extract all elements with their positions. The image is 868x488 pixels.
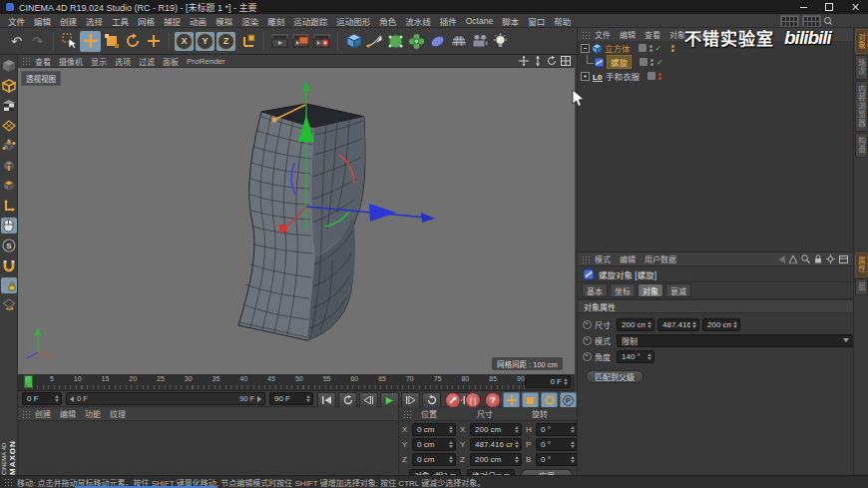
fields-button[interactable] — [427, 31, 448, 52]
frame-field[interactable]: 0 F — [525, 375, 571, 388]
menu-item[interactable]: Octane — [466, 16, 493, 26]
range-left-arrow-icon[interactable] — [70, 396, 74, 402]
last-tool-button[interactable] — [143, 31, 164, 52]
gear-icon[interactable] — [826, 254, 835, 263]
play-loop-button[interactable] — [422, 392, 441, 408]
menu-item[interactable]: 创建 — [60, 15, 77, 27]
position-field[interactable]: 0 cm — [412, 423, 456, 436]
rotation-field[interactable]: 0 ° — [536, 438, 578, 451]
menu-item[interactable]: 选择 — [86, 15, 103, 27]
attribute-menu-item[interactable]: 编辑 — [620, 253, 636, 264]
record-position-toggle[interactable] — [503, 392, 520, 408]
menu-item[interactable]: 工具 — [112, 15, 129, 27]
size-x-field[interactable]: 200 cm — [617, 318, 654, 331]
collapse-icon[interactable] — [581, 44, 590, 53]
axis-mode-button[interactable] — [1, 198, 17, 214]
tab-takes[interactable]: 场次 — [855, 55, 868, 80]
mode-dropdown[interactable]: 限制 — [617, 334, 854, 347]
menu-item[interactable]: 动画 — [190, 15, 207, 27]
object-name-selected[interactable]: 螺旋 — [607, 55, 632, 69]
scene-canvas[interactable] — [18, 68, 575, 374]
tab-object[interactable]: 对象 — [638, 283, 663, 297]
panel-grip[interactable] — [582, 255, 590, 263]
environment-button[interactable] — [448, 31, 469, 52]
history-back-icon[interactable] — [777, 255, 785, 263]
menu-item[interactable]: 网格 — [138, 15, 155, 27]
record-scale-toggle[interactable] — [522, 392, 539, 408]
object-row-twist[interactable]: 螺旋 ✓ — [578, 55, 854, 69]
workplane-lock-button[interactable] — [1, 277, 17, 293]
menu-item[interactable]: 编辑 — [34, 15, 51, 27]
rotate-tool-button[interactable] — [122, 31, 143, 52]
deformers-button[interactable] — [406, 31, 427, 52]
material-menu-item[interactable]: 纹理 — [110, 408, 126, 419]
keyframe-selection-button[interactable]: ? — [485, 392, 501, 408]
tab-basic[interactable]: 基本 — [582, 283, 608, 297]
material-menu-item[interactable]: 功能 — [85, 408, 101, 419]
viewport-menu-item[interactable]: 摄像机 — [59, 56, 83, 67]
menu-item[interactable]: 运动图形 — [336, 15, 370, 27]
viewport-menu-item[interactable]: 显示 — [91, 56, 107, 67]
primitive-cube-button[interactable] — [343, 31, 364, 52]
animation-dot[interactable] — [583, 352, 592, 361]
layer-chip[interactable] — [648, 72, 655, 80]
timeline-ruler[interactable]: 051015202530354045505560657075808590 0 F — [18, 374, 575, 391]
viewport-menu-item[interactable]: ProRender — [187, 57, 225, 66]
enabled-check-icon[interactable]: ✓ — [656, 58, 663, 67]
play-backwards-loop-button[interactable] — [338, 392, 357, 408]
expand-icon[interactable] — [581, 72, 590, 81]
tab-falloff[interactable]: 衰减 — [665, 283, 691, 297]
animation-dot[interactable] — [583, 336, 592, 345]
model-mode-button[interactable] — [1, 78, 17, 94]
make-editable-button[interactable] — [1, 58, 17, 74]
points-mode-button[interactable] — [1, 138, 17, 154]
size-field[interactable]: 200 cm — [470, 423, 522, 436]
menu-item[interactable]: 帮助 — [554, 15, 571, 27]
menu-item[interactable]: 角色 — [379, 15, 396, 27]
workplane-align-button[interactable] — [1, 297, 17, 313]
lock-icon[interactable] — [814, 254, 822, 263]
layout-thumbnail[interactable] — [802, 15, 821, 27]
angle-field[interactable]: 140 ° — [617, 350, 654, 363]
position-field[interactable]: 0 cm — [412, 453, 456, 466]
y-axis-lock-button[interactable]: Y — [196, 32, 215, 51]
play-button[interactable] — [380, 392, 399, 408]
object-manager-menu-item[interactable]: 编辑 — [620, 29, 636, 40]
tab-attributes[interactable]: 属性 — [855, 252, 868, 277]
range-right-arrow-icon[interactable] — [257, 396, 261, 402]
undo-button[interactable]: ↶ — [6, 31, 27, 52]
menu-item[interactable]: 文件 — [8, 15, 25, 27]
visibility-dots[interactable] — [650, 45, 652, 52]
menu-item[interactable]: 运动跟踪 — [293, 15, 327, 27]
texture-mode-button[interactable] — [1, 98, 17, 114]
attribute-menu-item[interactable]: 模式 — [595, 253, 611, 264]
render-view-button[interactable] — [269, 31, 290, 52]
rotation-field[interactable]: 0 ° — [536, 453, 578, 466]
viewport-solo-button[interactable] — [1, 218, 17, 234]
panel-grip[interactable] — [22, 57, 30, 65]
visibility-dots-off[interactable] — [658, 73, 661, 80]
menu-item[interactable]: 窗口 — [528, 15, 545, 27]
stepper[interactable] — [55, 395, 59, 402]
position-field[interactable]: 0 cm — [412, 438, 456, 451]
rotation-field[interactable]: 0 ° — [536, 423, 578, 436]
visibility-dots[interactable] — [651, 59, 653, 66]
next-frame-button[interactable] — [401, 392, 420, 408]
pan-view-icon[interactable] — [519, 56, 529, 66]
tab-objects[interactable]: 对象 — [855, 29, 868, 54]
menu-item[interactable]: 捕捉 — [164, 15, 181, 27]
search-icon[interactable] — [801, 254, 810, 263]
object-manager-menu-item[interactable]: 查看 — [645, 29, 660, 40]
spline-pen-button[interactable] — [364, 31, 385, 52]
camera-button[interactable] — [469, 31, 490, 52]
menu-item[interactable]: 流水线 — [405, 15, 431, 27]
viewport[interactable]: 查看摄像机显示选项过滤面板ProRender 透视视图 — [18, 55, 575, 374]
previous-frame-button[interactable] — [359, 392, 378, 408]
scale-tool-button[interactable] — [101, 31, 122, 52]
z-axis-lock-button[interactable]: Z — [217, 32, 235, 51]
tab-layers[interactable]: 层 — [855, 278, 868, 295]
fit-to-parent-button[interactable]: 匹配到父级 — [586, 370, 644, 383]
menu-item[interactable]: 模拟 — [216, 15, 232, 27]
edges-mode-button[interactable] — [1, 158, 17, 174]
maximize-button[interactable] — [816, 0, 842, 14]
